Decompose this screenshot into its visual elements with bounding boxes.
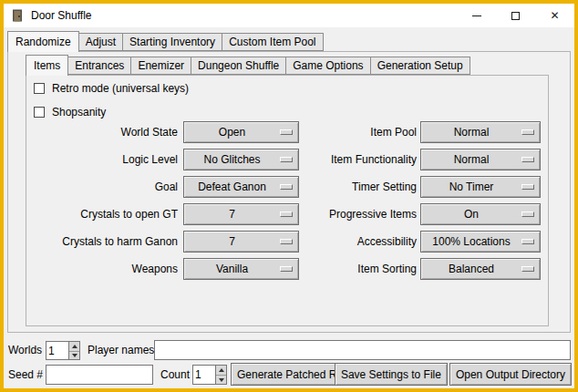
worlds-spinner [46, 341, 80, 360]
worlds-spin-arrows [68, 342, 79, 359]
checkbox-box-icon [34, 107, 45, 118]
dropdown-value: No Glitches [203, 153, 260, 166]
option-row: Goal Defeat Ganon Timer Setting No Timer [26, 176, 548, 198]
dropdown-value: Open [219, 126, 245, 139]
seed-row: Seed # Count Generate Patched Rom Save S… [4, 363, 574, 387]
progressive-items-label: Progressive Items [278, 203, 417, 225]
dropdown-value: Vanilla [216, 263, 248, 275]
tab-enemizer[interactable]: Enemizer [130, 57, 191, 75]
dropdown-value: 7 [229, 235, 235, 248]
app-icon [10, 8, 25, 23]
timer-setting-label: Timer Setting [278, 176, 417, 198]
crystals-gt-label: Crystals to open GT [26, 203, 178, 225]
item-sorting-dropdown[interactable]: Balanced [420, 258, 541, 280]
accessibility-label: Accessibility [278, 231, 417, 253]
open-output-directory-button[interactable]: Open Output Directory [449, 363, 572, 386]
timer-setting-dropdown[interactable]: No Timer [420, 176, 541, 198]
spin-up-button[interactable] [216, 366, 226, 375]
option-row: Logic Level No Glitches Item Functionali… [26, 149, 548, 170]
player-names-label: Player names [88, 344, 154, 356]
tab-dungeon-shuffle[interactable]: Dungeon Shuffle [191, 57, 286, 75]
window-controls: ✕ [457, 4, 574, 27]
dropdown-indicator-icon [521, 129, 534, 135]
tab-items[interactable]: Items [26, 55, 68, 76]
tab-custom-item-pool[interactable]: Custom Item Pool [222, 33, 323, 51]
maximize-icon [511, 12, 520, 20]
dropdown-indicator-icon [521, 266, 534, 272]
minimize-icon [472, 15, 481, 16]
item-functionality-label: Item Functionality [278, 149, 417, 170]
spin-down-button[interactable] [216, 375, 226, 384]
dropdown-value: Balanced [449, 263, 494, 275]
window-content: Randomize Adjust Starting Inventory Cust… [4, 27, 574, 388]
checkbox-box-icon [34, 83, 45, 94]
weapons-label: Weapons [26, 258, 178, 280]
dropdown-value: Defeat Ganon [198, 181, 266, 193]
dropdown-indicator-icon [521, 211, 534, 217]
dropdown-value: 100% Locations [432, 235, 510, 248]
arrow-down-icon [219, 378, 224, 382]
tab-randomize[interactable]: Randomize [7, 31, 79, 52]
progressive-items-dropdown[interactable]: On [420, 203, 541, 225]
dropdown-value: On [464, 208, 479, 221]
worlds-label: Worlds [8, 344, 42, 356]
close-button[interactable]: ✕ [535, 4, 574, 27]
accessibility-dropdown[interactable]: 100% Locations [420, 231, 541, 253]
worlds-row: Worlds Player names [4, 339, 574, 361]
maximize-button[interactable] [496, 4, 535, 27]
checkbox-retro-mode[interactable]: Retro mode (universal keys) [34, 79, 189, 98]
item-sorting-label: Item Sorting [278, 258, 417, 280]
items-pane: Retro mode (universal keys) Shopsanity W… [26, 75, 549, 326]
arrow-down-icon [72, 354, 77, 357]
crystals-ganon-label: Crystals to harm Ganon [26, 231, 178, 253]
tab-entrances[interactable]: Entrances [67, 57, 131, 75]
option-row: World State Open Item Pool Normal [26, 121, 548, 143]
count-spin-arrows [215, 366, 226, 384]
sub-tab-bar: Items Entrances Enemizer Dungeon Shuffle… [26, 53, 470, 75]
dropdown-value: No Timer [449, 181, 494, 193]
logic-level-label: Logic Level [26, 149, 178, 170]
save-settings-button[interactable]: Save Settings to File [335, 363, 448, 386]
count-spinner [192, 365, 227, 385]
minimize-button[interactable] [457, 4, 496, 27]
dropdown-indicator-icon [521, 239, 534, 244]
dropdown-indicator-icon [521, 157, 534, 162]
checkbox-shopsanity[interactable]: Shopsanity [34, 103, 106, 121]
seed-label: Seed # [8, 368, 43, 381]
item-pool-dropdown[interactable]: Normal [420, 121, 541, 143]
tab-generation-setup[interactable]: Generation Setup [370, 57, 470, 75]
close-icon: ✕ [550, 10, 559, 21]
dropdown-value: Normal [454, 153, 490, 166]
option-row: Crystals to open GT 7 Progressive Items … [26, 203, 548, 225]
spin-up-button[interactable] [69, 342, 79, 351]
arrow-up-icon [72, 345, 77, 348]
item-pool-label: Item Pool [278, 121, 417, 143]
option-row: Weapons Vanilla Item Sorting Balanced [26, 258, 548, 280]
player-names-input[interactable] [155, 341, 570, 359]
spin-down-button[interactable] [69, 351, 79, 360]
dropdown-value: 7 [229, 208, 235, 221]
titlebar: Door Shuffle ✕ [4, 4, 574, 27]
dropdown-indicator-icon [521, 184, 534, 190]
count-label: Count [160, 368, 190, 381]
goal-label: Goal [26, 176, 178, 198]
tab-game-options[interactable]: Game Options [285, 57, 370, 75]
arrow-up-icon [219, 368, 224, 372]
seed-input[interactable] [46, 366, 152, 384]
item-functionality-dropdown[interactable]: Normal [420, 149, 541, 170]
player-names-entry [154, 340, 571, 360]
worlds-input[interactable] [46, 342, 68, 359]
tab-adjust[interactable]: Adjust [78, 33, 123, 51]
app-window: Door Shuffle ✕ Randomize Adjust Starting… [0, 0, 578, 392]
seed-entry [46, 365, 153, 385]
checkbox-label: Shopsanity [52, 106, 106, 119]
world-state-label: World State [26, 121, 178, 143]
count-input[interactable] [193, 366, 215, 384]
dropdown-value: Normal [454, 126, 490, 139]
bottom-right-buttons: Save Settings to File Open Output Direct… [335, 363, 572, 386]
main-tab-bar: Randomize Adjust Starting Inventory Cust… [7, 29, 324, 51]
checkbox-label: Retro mode (universal keys) [52, 82, 189, 95]
tab-starting-inventory[interactable]: Starting Inventory [122, 33, 222, 51]
window-title: Door Shuffle [31, 9, 92, 22]
option-row: Crystals to harm Ganon 7 Accessibility 1… [26, 231, 548, 253]
